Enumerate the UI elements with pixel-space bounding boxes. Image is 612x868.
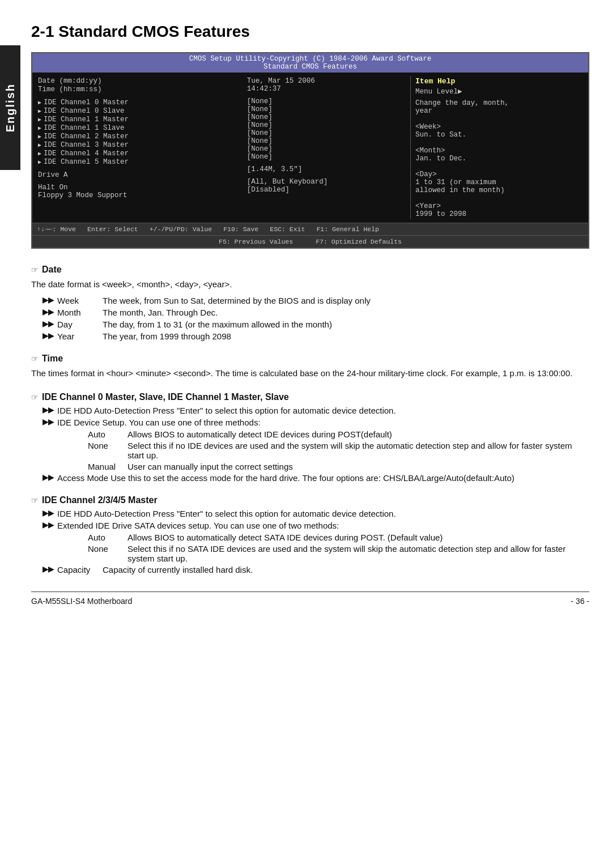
sub-week: ▶▶ Week The week, from Sun to Sat, deter… (42, 296, 589, 305)
bios-footer-f7: F7: Optimized Defaults (316, 238, 402, 245)
bios-ide-1slave: ▶IDE Channel 1 Slave (38, 124, 238, 132)
bios-help-title: Item Help (415, 77, 584, 86)
page-footer: GA-M55SLI-S4 Motherboard - 36 - (31, 592, 589, 606)
bios-footer-esc: ESC: Exit (270, 225, 305, 233)
section-time-body: The times format in <hour> <minute> <sec… (31, 367, 589, 380)
bios-ide-5master: ▶IDE Channel 5 Master (38, 158, 238, 166)
bios-help-content: Change the day, month,year<Week>Sun. to … (415, 99, 584, 218)
bios-date-row: Date (mm:dd:yy) (38, 77, 238, 85)
bios-time-label: Time (hh:mm:ss) (38, 86, 102, 93)
bios-ide4m-val: [None] (247, 145, 407, 153)
bios-footer-f1: F1: General Help (316, 225, 379, 233)
bios-footer-f5: F5: Previous Values (219, 238, 293, 245)
bios-footer2: F5: Previous Values F7: Optimized Defaul… (32, 235, 588, 248)
bios-time-value: 14:42:37 (247, 85, 407, 93)
bios-mid-col: Tue, Mar 15 2006 14:42:37 [None] [None] … (244, 76, 410, 219)
bios-footer-enter: Enter: Select (87, 225, 138, 233)
bios-ide-3master: ▶IDE Channel 3 Master (38, 141, 238, 149)
bios-ide-2master: ▶IDE Channel 2 Master (38, 133, 238, 141)
bios-date-value: Tue, Mar 15 2006 (247, 77, 407, 85)
bios-screen: CMOS Setup Utility-Copyright (C) 1984-20… (31, 52, 589, 249)
bios-ide-4master: ▶IDE Channel 4 Master (38, 150, 238, 158)
sub-day: ▶▶ Day The day, from 1 to 31 (or the max… (42, 320, 589, 329)
footer-page: - 36 - (571, 597, 589, 606)
bios-header: CMOS Setup Utility-Copyright (C) 1984-20… (32, 53, 588, 73)
footer-model: GA-M55SLI-S4 Motherboard (31, 597, 132, 606)
bios-halt-value: [All, But Keyboard] (247, 178, 407, 186)
bios-time-row: Time (hh:mm:ss) (38, 86, 238, 93)
bios-left-col: Date (mm:dd:yy) Time (hh:mm:ss) ▶IDE Cha… (32, 76, 244, 219)
bios-drivea-value: [1.44M, 3.5"] (247, 165, 407, 173)
section-time-heading: Time (31, 354, 589, 364)
bios-menu-level: Menu Level▶ (415, 87, 584, 96)
bios-date-label: Date (mm:dd:yy) (38, 77, 102, 85)
bios-header-line1: CMOS Setup Utility-Copyright (C) 1984-20… (32, 55, 588, 63)
section-date-heading: Date (31, 265, 589, 275)
bios-ide-0master: ▶IDE Channel 0 Master (38, 99, 238, 107)
bios-ide-0slave: ▶IDE Channel 0 Slave (38, 107, 238, 115)
sub-capacity: ▶▶ Capacity Capacity of currently instal… (42, 565, 589, 575)
section-date-body: The date format is <week>, <month>, <day… (31, 278, 589, 291)
bios-footer-top: ↑↓→←: Move Enter: Select +/-/PU/PD: Valu… (37, 225, 379, 233)
bios-ide-1master: ▶IDE Channel 1 Master (38, 116, 238, 124)
bios-ide5m-val: [None] (247, 153, 407, 161)
nested-auto: Auto Allows BIOS to automatically detect… (88, 429, 589, 439)
page-title: 2-1 Standard CMOS Features (31, 23, 589, 41)
bios-footer-move: ↑↓→←: Move (37, 225, 76, 233)
bios-drivea-label: Drive A (38, 171, 238, 179)
section-ide2345-heading: IDE Channel 2/3/4/5 Master (31, 495, 589, 505)
sub-year: ▶▶ Year The year, from 1999 through 2098 (42, 331, 589, 341)
nested-none: None Select this if no IDE devices are u… (88, 441, 589, 460)
bios-halt-label: Halt On (38, 184, 238, 192)
sub-ide2345-hdd: ▶▶ IDE HDD Auto-Detection Press "Enter" … (42, 509, 589, 518)
bios-ide0m-val: [None] (247, 97, 407, 105)
bios-ide0s-val: [None] (247, 105, 407, 113)
sub-access-mode: ▶▶ Access Mode Use this to set the acces… (42, 473, 589, 483)
sub-ide-hdd-detect: ▶▶ IDE HDD Auto-Detection Press "Enter" … (42, 406, 589, 415)
bios-header-line2: Standard CMOS Features (32, 63, 588, 71)
sub-month: ▶▶ Month The month, Jan. Through Dec. (42, 308, 589, 317)
bios-footer-value: +/-/PU/PD: Value (150, 225, 212, 233)
bios-ide2m-val: [None] (247, 129, 407, 137)
bios-floppy-label: Floppy 3 Mode Support (38, 192, 238, 199)
sub-ide-device-setup: ▶▶ IDE Device Setup. You can use one of … (42, 418, 589, 427)
nested-sata-none: None Select this if no SATA IDE devices … (88, 544, 589, 563)
nested-manual: Manual User can manually input the corre… (88, 462, 589, 471)
bios-footer: ↑↓→←: Move Enter: Select +/-/PU/PD: Valu… (32, 223, 588, 235)
bios-ide1s-val: [None] (247, 121, 407, 129)
section-ide01-heading: IDE Channel 0 Master, Slave, IDE Channel… (31, 392, 589, 402)
bios-body: Date (mm:dd:yy) Time (hh:mm:ss) ▶IDE Cha… (32, 73, 588, 223)
bios-ide3m-val: [None] (247, 137, 407, 145)
sub-ide2345-ext: ▶▶ Extended IDE Drive SATA devices setup… (42, 521, 589, 530)
bios-right-col: Item Help Menu Level▶ Change the day, mo… (410, 76, 588, 219)
bios-floppy-value: [Disabled] (247, 186, 407, 194)
side-tab: English (0, 45, 20, 170)
bios-ide1m-val: [None] (247, 113, 407, 121)
side-tab-label: English (4, 83, 17, 132)
bios-footer-f10: F10: Save (223, 225, 258, 233)
nested-sata-auto: Auto Allows BIOS to automatically detect… (88, 533, 589, 542)
